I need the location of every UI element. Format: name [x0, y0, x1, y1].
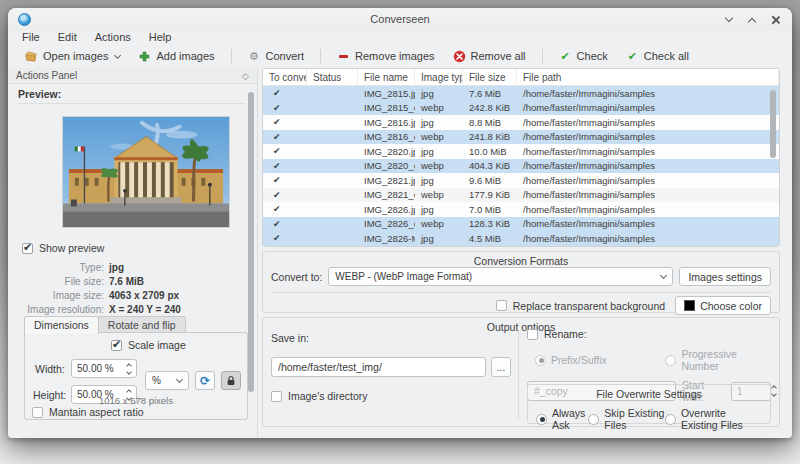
width-spinner[interactable]	[71, 359, 137, 378]
choose-color-button[interactable]: Choose color	[675, 296, 771, 315]
save-path-input[interactable]	[271, 357, 486, 377]
radio-unselected-icon	[665, 355, 676, 366]
output-options-group: Output options Save in: ... Image's dire…	[262, 317, 780, 427]
browse-button[interactable]: ...	[491, 357, 511, 377]
overwrite-existing-radio[interactable]: Overwrite Existing Files	[665, 407, 760, 431]
divider	[518, 330, 519, 420]
row-file-size: 7.6 MiB	[463, 86, 517, 101]
row-file-path: /home/faster/Immagini/samples	[517, 217, 779, 232]
toolbar: Open images Add images ⚙ Convert Remove …	[8, 44, 792, 68]
row-checked-icon[interactable]: ✔	[263, 144, 307, 159]
col-status[interactable]: Status	[307, 69, 358, 85]
col-to-convert[interactable]: To convert	[263, 69, 307, 85]
minimize-icon[interactable]	[723, 13, 736, 26]
maintain-aspect-checkbox[interactable]: Mantain aspect ratio	[32, 406, 144, 418]
row-checked-icon[interactable]: ✔	[263, 202, 307, 217]
table-row[interactable]: ✔ IMG_2826.jpg jpg 7.0 MiB /home/faster/…	[263, 202, 779, 217]
show-preview-checkbox[interactable]: Show preview	[22, 242, 104, 254]
row-file-size: 404.3 KiB	[463, 159, 517, 174]
table-row[interactable]: ✔ IMG_2816_co... webp 241.8 KiB /home/fa…	[263, 130, 779, 145]
scale-image-checkbox[interactable]: Scale image	[111, 339, 186, 351]
menu-help[interactable]: Help	[149, 31, 172, 43]
chevron-down-icon	[660, 272, 667, 279]
window-title: Converseen	[8, 13, 792, 25]
file-table-body: ✔ IMG_2815.jpg jpg 7.6 MiB /home/faster/…	[263, 86, 779, 246]
check-label: Check	[577, 50, 608, 62]
table-row[interactable]: ✔ IMG_2826_co... webp 128.3 KiB /home/fa…	[263, 217, 779, 232]
row-file-name: IMG_2816_co...	[358, 130, 415, 145]
gear-icon: ⚙	[248, 50, 261, 63]
lock-icon	[226, 375, 236, 386]
refresh-icon: ⟳	[200, 374, 210, 388]
col-image-type[interactable]: Image type	[415, 69, 463, 85]
row-file-size: 242.8 KiB	[463, 101, 517, 116]
menu-file[interactable]: File	[22, 31, 40, 43]
col-file-name[interactable]: File name	[358, 69, 415, 85]
row-file-name: IMG_2820.jpg	[358, 144, 415, 159]
panel-scrollbar[interactable]	[248, 92, 254, 392]
row-checked-icon[interactable]: ✔	[263, 231, 307, 246]
remove-all-button[interactable]: Remove all	[446, 47, 533, 66]
open-images-label: Open images	[43, 50, 108, 62]
col-file-size[interactable]: File size	[463, 69, 517, 85]
menu-edit[interactable]: Edit	[58, 31, 77, 43]
progressive-number-radio[interactable]: Progressive Number	[665, 348, 771, 372]
spinner-arrows-icon[interactable]	[122, 362, 136, 376]
skip-existing-radio[interactable]: Skip Existing Files	[588, 407, 665, 431]
tab-dimensions[interactable]: Dimensions	[24, 316, 99, 334]
format-combobox[interactable]: WEBP - (WebP Image Format)	[328, 267, 673, 286]
replace-background-checkbox[interactable]: Replace transparent background	[496, 300, 665, 312]
table-row[interactable]: ✔ IMG_2820_co... webp 404.3 KiB /home/fa…	[263, 159, 779, 174]
row-checked-icon[interactable]: ✔	[263, 188, 307, 203]
file-table[interactable]: To convert Status File name Image type F…	[262, 68, 780, 247]
open-images-button[interactable]: Open images	[18, 47, 127, 66]
prefix-suffix-radio[interactable]: Prefix/Suffix	[535, 348, 665, 372]
table-row[interactable]: ✔ IMG_2815_co... webp 242.8 KiB /home/fa…	[263, 101, 779, 116]
close-icon[interactable]	[769, 13, 782, 26]
row-checked-icon[interactable]: ✔	[263, 101, 307, 116]
col-file-path[interactable]: File path	[517, 69, 779, 85]
row-status	[307, 130, 358, 145]
row-checked-icon[interactable]: ✔	[263, 173, 307, 188]
table-row[interactable]: ✔ IMG_2821_co... webp 177.9 KiB /home/fa…	[263, 188, 779, 203]
table-row[interactable]: ✔ IMG_2816.jpg jpg 8.8 MiB /home/faster/…	[263, 115, 779, 130]
table-row[interactable]: ✔ IMG_2815.jpg jpg 7.6 MiB /home/faster/…	[263, 86, 779, 101]
maximize-icon[interactable]	[746, 13, 759, 26]
row-status	[307, 188, 358, 203]
row-checked-icon[interactable]: ✔	[263, 86, 307, 101]
float-panel-icon[interactable]: ◇	[242, 71, 249, 81]
row-checked-icon[interactable]: ✔	[263, 217, 307, 232]
remove-all-label: Remove all	[471, 50, 526, 62]
images-settings-button[interactable]: Images settings	[679, 267, 771, 286]
table-row[interactable]: ✔ IMG_2820.jpg jpg 10.0 MiB /home/faster…	[263, 144, 779, 159]
radio-unselected-icon	[665, 414, 676, 425]
add-images-button[interactable]: Add images	[131, 47, 221, 66]
unit-combobox[interactable]: %	[145, 371, 189, 390]
row-checked-icon[interactable]: ✔	[263, 115, 307, 130]
width-input[interactable]	[72, 363, 122, 374]
rename-checkbox[interactable]: Rename:	[527, 328, 771, 340]
chevron-down-icon	[176, 376, 183, 383]
info-resolution-value: X = 240 Y = 240	[109, 304, 181, 315]
spinner-arrows-icon[interactable]	[772, 384, 776, 398]
table-row[interactable]: ✔ IMG_2826-M... jpg 4.5 MiB /home/faster…	[263, 231, 779, 246]
info-filesize-value: 7.6 MiB	[109, 276, 144, 287]
row-checked-icon[interactable]: ✔	[263, 159, 307, 174]
table-row[interactable]: ✔ IMG_2821.jpg jpg 9.6 MiB /home/faster/…	[263, 173, 779, 188]
refresh-button[interactable]: ⟳	[195, 371, 215, 390]
row-checked-icon[interactable]: ✔	[263, 130, 307, 145]
menu-actions[interactable]: Actions	[95, 31, 131, 43]
table-scrollbar[interactable]	[770, 90, 776, 158]
always-ask-radio[interactable]: Always Ask	[536, 407, 588, 431]
lock-aspect-button[interactable]	[221, 371, 241, 390]
row-file-size: 7.0 MiB	[463, 202, 517, 217]
row-status	[307, 86, 358, 101]
titlebar[interactable]: Converseen	[8, 8, 792, 30]
row-status	[307, 101, 358, 116]
check-button[interactable]: ✔ Check	[552, 47, 615, 66]
images-directory-checkbox[interactable]: Image's directory	[271, 390, 511, 402]
convert-button[interactable]: ⚙ Convert	[241, 47, 312, 66]
remove-images-button[interactable]: Remove images	[330, 47, 441, 66]
check-all-button[interactable]: ✔ Check all	[619, 47, 696, 66]
info-imagesize-label: Image size:	[8, 290, 104, 301]
